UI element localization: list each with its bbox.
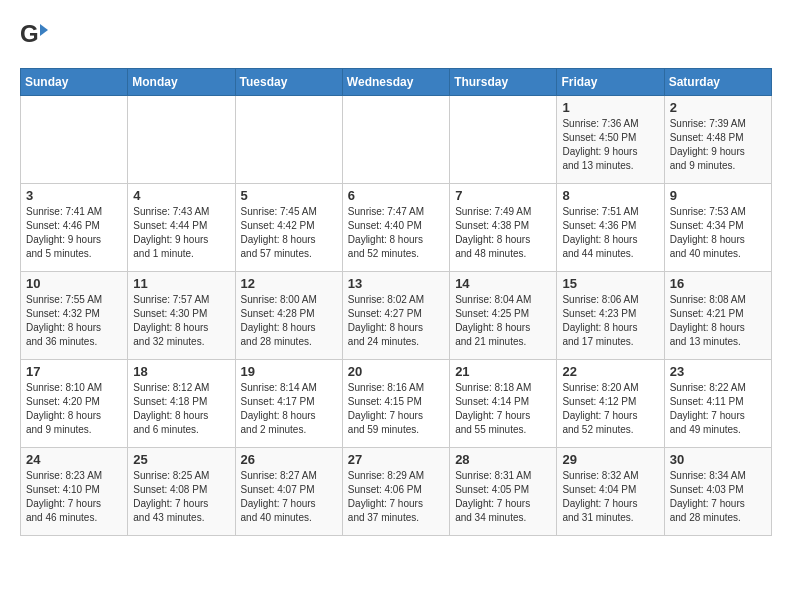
calendar-cell: 22Sunrise: 8:20 AMSunset: 4:12 PMDayligh… (557, 360, 664, 448)
weekday-header-tuesday: Tuesday (235, 69, 342, 96)
page-header: G (20, 20, 772, 52)
calendar-cell (128, 96, 235, 184)
calendar-cell: 26Sunrise: 8:27 AMSunset: 4:07 PMDayligh… (235, 448, 342, 536)
calendar-cell: 6Sunrise: 7:47 AMSunset: 4:40 PMDaylight… (342, 184, 449, 272)
day-detail: Sunrise: 8:32 AMSunset: 4:04 PMDaylight:… (562, 469, 658, 525)
calendar-cell: 12Sunrise: 8:00 AMSunset: 4:28 PMDayligh… (235, 272, 342, 360)
calendar-cell: 29Sunrise: 8:32 AMSunset: 4:04 PMDayligh… (557, 448, 664, 536)
calendar-cell: 13Sunrise: 8:02 AMSunset: 4:27 PMDayligh… (342, 272, 449, 360)
day-number: 27 (348, 452, 444, 467)
day-number: 30 (670, 452, 766, 467)
calendar-cell: 4Sunrise: 7:43 AMSunset: 4:44 PMDaylight… (128, 184, 235, 272)
calendar-cell: 3Sunrise: 7:41 AMSunset: 4:46 PMDaylight… (21, 184, 128, 272)
day-detail: Sunrise: 7:57 AMSunset: 4:30 PMDaylight:… (133, 293, 229, 349)
day-number: 10 (26, 276, 122, 291)
calendar-cell (450, 96, 557, 184)
day-detail: Sunrise: 8:23 AMSunset: 4:10 PMDaylight:… (26, 469, 122, 525)
weekday-header-wednesday: Wednesday (342, 69, 449, 96)
day-detail: Sunrise: 7:47 AMSunset: 4:40 PMDaylight:… (348, 205, 444, 261)
calendar-cell: 28Sunrise: 8:31 AMSunset: 4:05 PMDayligh… (450, 448, 557, 536)
day-detail: Sunrise: 7:55 AMSunset: 4:32 PMDaylight:… (26, 293, 122, 349)
day-number: 18 (133, 364, 229, 379)
day-number: 21 (455, 364, 551, 379)
calendar-cell: 10Sunrise: 7:55 AMSunset: 4:32 PMDayligh… (21, 272, 128, 360)
day-detail: Sunrise: 8:18 AMSunset: 4:14 PMDaylight:… (455, 381, 551, 437)
day-detail: Sunrise: 8:25 AMSunset: 4:08 PMDaylight:… (133, 469, 229, 525)
calendar-cell: 1Sunrise: 7:36 AMSunset: 4:50 PMDaylight… (557, 96, 664, 184)
day-number: 20 (348, 364, 444, 379)
calendar-cell: 14Sunrise: 8:04 AMSunset: 4:25 PMDayligh… (450, 272, 557, 360)
day-number: 15 (562, 276, 658, 291)
day-detail: Sunrise: 8:31 AMSunset: 4:05 PMDaylight:… (455, 469, 551, 525)
calendar-cell: 25Sunrise: 8:25 AMSunset: 4:08 PMDayligh… (128, 448, 235, 536)
day-detail: Sunrise: 7:39 AMSunset: 4:48 PMDaylight:… (670, 117, 766, 173)
calendar-cell: 21Sunrise: 8:18 AMSunset: 4:14 PMDayligh… (450, 360, 557, 448)
day-number: 9 (670, 188, 766, 203)
weekday-header-friday: Friday (557, 69, 664, 96)
day-detail: Sunrise: 8:04 AMSunset: 4:25 PMDaylight:… (455, 293, 551, 349)
day-number: 14 (455, 276, 551, 291)
day-number: 17 (26, 364, 122, 379)
calendar-cell (342, 96, 449, 184)
day-detail: Sunrise: 8:12 AMSunset: 4:18 PMDaylight:… (133, 381, 229, 437)
day-detail: Sunrise: 7:36 AMSunset: 4:50 PMDaylight:… (562, 117, 658, 173)
day-number: 12 (241, 276, 337, 291)
day-number: 7 (455, 188, 551, 203)
day-detail: Sunrise: 8:16 AMSunset: 4:15 PMDaylight:… (348, 381, 444, 437)
day-detail: Sunrise: 8:14 AMSunset: 4:17 PMDaylight:… (241, 381, 337, 437)
day-number: 16 (670, 276, 766, 291)
day-detail: Sunrise: 8:20 AMSunset: 4:12 PMDaylight:… (562, 381, 658, 437)
day-detail: Sunrise: 8:22 AMSunset: 4:11 PMDaylight:… (670, 381, 766, 437)
day-detail: Sunrise: 8:08 AMSunset: 4:21 PMDaylight:… (670, 293, 766, 349)
day-detail: Sunrise: 8:00 AMSunset: 4:28 PMDaylight:… (241, 293, 337, 349)
day-number: 11 (133, 276, 229, 291)
weekday-header-monday: Monday (128, 69, 235, 96)
day-number: 3 (26, 188, 122, 203)
day-detail: Sunrise: 7:53 AMSunset: 4:34 PMDaylight:… (670, 205, 766, 261)
calendar-cell: 17Sunrise: 8:10 AMSunset: 4:20 PMDayligh… (21, 360, 128, 448)
calendar-cell: 20Sunrise: 8:16 AMSunset: 4:15 PMDayligh… (342, 360, 449, 448)
calendar-cell: 18Sunrise: 8:12 AMSunset: 4:18 PMDayligh… (128, 360, 235, 448)
calendar-cell: 7Sunrise: 7:49 AMSunset: 4:38 PMDaylight… (450, 184, 557, 272)
day-number: 1 (562, 100, 658, 115)
day-detail: Sunrise: 7:51 AMSunset: 4:36 PMDaylight:… (562, 205, 658, 261)
day-detail: Sunrise: 7:43 AMSunset: 4:44 PMDaylight:… (133, 205, 229, 261)
day-number: 5 (241, 188, 337, 203)
calendar-cell: 9Sunrise: 7:53 AMSunset: 4:34 PMDaylight… (664, 184, 771, 272)
calendar-cell: 24Sunrise: 8:23 AMSunset: 4:10 PMDayligh… (21, 448, 128, 536)
day-detail: Sunrise: 7:45 AMSunset: 4:42 PMDaylight:… (241, 205, 337, 261)
day-detail: Sunrise: 7:49 AMSunset: 4:38 PMDaylight:… (455, 205, 551, 261)
day-number: 19 (241, 364, 337, 379)
day-detail: Sunrise: 7:41 AMSunset: 4:46 PMDaylight:… (26, 205, 122, 261)
day-detail: Sunrise: 8:29 AMSunset: 4:06 PMDaylight:… (348, 469, 444, 525)
day-number: 23 (670, 364, 766, 379)
day-detail: Sunrise: 8:34 AMSunset: 4:03 PMDaylight:… (670, 469, 766, 525)
calendar-cell: 16Sunrise: 8:08 AMSunset: 4:21 PMDayligh… (664, 272, 771, 360)
day-number: 26 (241, 452, 337, 467)
calendar-cell: 5Sunrise: 7:45 AMSunset: 4:42 PMDaylight… (235, 184, 342, 272)
calendar-cell (235, 96, 342, 184)
day-number: 13 (348, 276, 444, 291)
day-detail: Sunrise: 8:06 AMSunset: 4:23 PMDaylight:… (562, 293, 658, 349)
day-number: 4 (133, 188, 229, 203)
weekday-header-saturday: Saturday (664, 69, 771, 96)
calendar-cell: 8Sunrise: 7:51 AMSunset: 4:36 PMDaylight… (557, 184, 664, 272)
calendar-cell: 19Sunrise: 8:14 AMSunset: 4:17 PMDayligh… (235, 360, 342, 448)
calendar-cell: 23Sunrise: 8:22 AMSunset: 4:11 PMDayligh… (664, 360, 771, 448)
calendar-cell: 30Sunrise: 8:34 AMSunset: 4:03 PMDayligh… (664, 448, 771, 536)
weekday-header-sunday: Sunday (21, 69, 128, 96)
svg-marker-1 (40, 24, 48, 36)
day-number: 28 (455, 452, 551, 467)
day-number: 29 (562, 452, 658, 467)
calendar-table: SundayMondayTuesdayWednesdayThursdayFrid… (20, 68, 772, 536)
day-detail: Sunrise: 8:02 AMSunset: 4:27 PMDaylight:… (348, 293, 444, 349)
day-detail: Sunrise: 8:10 AMSunset: 4:20 PMDaylight:… (26, 381, 122, 437)
day-number: 25 (133, 452, 229, 467)
logo: G (20, 20, 52, 52)
svg-text:G: G (20, 20, 39, 47)
weekday-header-thursday: Thursday (450, 69, 557, 96)
day-number: 8 (562, 188, 658, 203)
calendar-cell: 27Sunrise: 8:29 AMSunset: 4:06 PMDayligh… (342, 448, 449, 536)
day-number: 2 (670, 100, 766, 115)
day-number: 22 (562, 364, 658, 379)
